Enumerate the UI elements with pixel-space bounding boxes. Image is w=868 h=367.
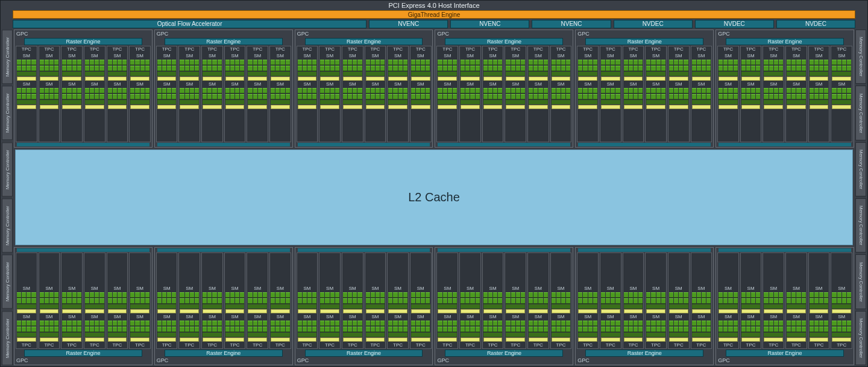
cuda-core <box>195 60 199 65</box>
cuda-core <box>366 327 370 332</box>
tpc-block: TPCSMSM <box>269 253 291 349</box>
tpc-label: TPC <box>506 342 525 348</box>
sm-block: SM <box>271 286 290 313</box>
cuda-core <box>728 298 732 304</box>
sm-label: SM <box>157 286 177 292</box>
cuda-core <box>343 88 347 93</box>
cuda-core <box>796 94 800 99</box>
tpc-block: TPCSMSM <box>808 46 830 142</box>
cuda-core <box>544 298 548 304</box>
cuda-core <box>85 88 89 93</box>
encdec-row: NVENCNVENCNVENCNVDECNVDECNVDEC <box>369 20 855 28</box>
cuda-core <box>578 88 582 93</box>
cuda-core-row <box>461 66 480 71</box>
cuda-core <box>77 298 81 304</box>
raster-engine: Raster Engine <box>585 350 703 357</box>
cuda-core <box>27 292 31 298</box>
tpc-block: TPCSMSM <box>785 46 807 142</box>
cuda-core <box>218 60 222 65</box>
tensor-core <box>62 333 81 337</box>
cuda-core <box>837 60 841 65</box>
cuda-core <box>593 292 597 298</box>
cuda-core <box>426 292 430 298</box>
cuda-core <box>697 321 701 326</box>
cuda-core <box>286 292 290 298</box>
tensor-core <box>62 72 81 76</box>
sm-label: SM <box>832 53 851 59</box>
sm-block: SM <box>157 81 177 109</box>
cuda-core-row <box>62 88 81 93</box>
cuda-core-row <box>248 327 267 332</box>
sm-block: SM <box>692 53 711 81</box>
cuda-core-row <box>552 327 571 332</box>
cuda-core-row <box>298 60 317 65</box>
gpc-label: GPC <box>577 357 712 364</box>
sm-block: SM <box>552 314 571 342</box>
cuda-core-row <box>506 327 525 332</box>
cuda-core-row <box>601 321 620 326</box>
rt-core <box>40 105 59 109</box>
nvenc-block: NVENC <box>369 20 448 28</box>
cuda-core <box>172 88 176 93</box>
gpc-label: GPC <box>717 31 852 37</box>
rt-core <box>225 337 245 342</box>
cuda-core <box>403 88 407 93</box>
sm-label: SM <box>298 286 317 292</box>
tpc-label: TPC <box>157 46 177 52</box>
cuda-core <box>135 88 139 93</box>
tensor-core <box>764 72 783 76</box>
cuda-core <box>22 327 26 332</box>
cuda-core <box>286 321 290 326</box>
sm-label: SM <box>692 81 711 87</box>
cuda-core-row <box>203 88 222 93</box>
cuda-core <box>230 321 234 326</box>
cuda-core-row <box>669 321 688 326</box>
tensor-core <box>578 304 597 309</box>
cuda-core <box>538 88 542 93</box>
cuda-core-row <box>692 66 711 71</box>
cuda-core <box>62 298 66 304</box>
cuda-core <box>393 292 397 298</box>
cuda-core <box>366 60 370 65</box>
cuda-core <box>298 66 302 71</box>
cuda-core <box>130 66 134 71</box>
cuda-core <box>606 66 610 71</box>
cuda-core <box>303 94 307 99</box>
sm-label: SM <box>17 81 36 87</box>
tensor-core <box>438 304 457 309</box>
cuda-core-row <box>438 66 457 71</box>
cuda-core <box>779 66 783 71</box>
cuda-core <box>303 66 307 71</box>
tensor-core <box>624 72 643 76</box>
memory-controller: Memory Controller <box>2 254 13 309</box>
cuda-core-row <box>203 327 222 332</box>
cuda-core-row <box>624 66 643 71</box>
cuda-core <box>140 292 145 298</box>
cuda-core <box>90 321 94 326</box>
tensor-core <box>40 304 59 309</box>
cuda-core-row <box>62 298 81 304</box>
rt-core <box>320 309 339 313</box>
rt-core <box>225 105 245 109</box>
cuda-core <box>544 292 548 298</box>
cuda-core-row <box>529 60 548 65</box>
cuda-core <box>521 60 525 65</box>
tensor-core <box>203 72 222 76</box>
cuda-core <box>312 298 316 304</box>
cuda-core-row <box>388 292 407 298</box>
cuda-core <box>77 60 81 65</box>
cuda-core <box>516 94 520 99</box>
cuda-core-row <box>810 88 829 93</box>
cuda-core <box>506 321 510 326</box>
cuda-core <box>769 321 773 326</box>
cuda-core <box>521 298 525 304</box>
optical-flow-accelerator: Optical Flow Accelerator <box>13 20 366 28</box>
cuda-core <box>751 66 755 71</box>
sm-block: SM <box>529 314 548 342</box>
cuda-core-row <box>624 298 643 304</box>
cuda-core <box>335 60 339 65</box>
sm-label: SM <box>108 81 127 87</box>
sm-block: SM <box>203 314 222 342</box>
cuda-core <box>465 60 470 65</box>
cuda-core <box>651 88 655 93</box>
